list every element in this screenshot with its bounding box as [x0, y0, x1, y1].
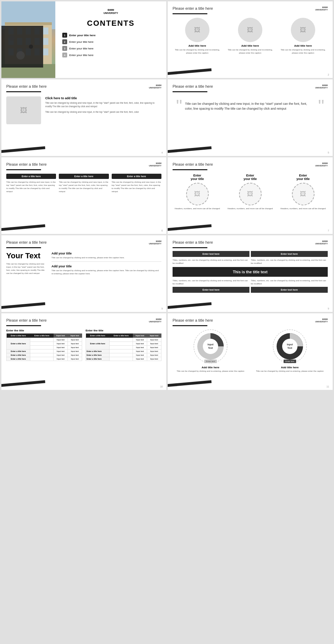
table-2-title: Enter the title [86, 329, 161, 332]
slide-8-logo: BIMM UNIVERSITY [315, 240, 328, 245]
image-icon-3: 🖼 [300, 26, 306, 34]
slide-5: Please enter a title here BIMM UNIVERSIT… [1, 157, 166, 234]
accent-9 [168, 380, 212, 387]
pie-1-desc: Title can be changed by clicking and re-… [173, 370, 248, 372]
svg-text:Input: Input [207, 343, 214, 346]
slide-3: Please enter a title here BIMM UNIVERSIT… [1, 79, 166, 156]
item-4-label: Enter your title here [69, 54, 94, 57]
circle-col-1: Enter your title 🖼 Headers, numbers, and… [173, 174, 222, 210]
table-1: Enter a title here Enter a title here In… [6, 333, 82, 361]
contents-list: 1 Enter your title here 2 Enter your tit… [62, 33, 159, 59]
circle-col-2: Enter your title 🖼 Headers, numbers, and… [225, 174, 275, 210]
slide-10: Please enter a title here BIMM UNIVERSIT… [168, 313, 333, 390]
contents-item-1: 1 Enter your title here [62, 33, 159, 38]
contents-item-4: 4 Enter your title here [62, 53, 159, 57]
pie-chart-2: Input Text Enter text Add title here Tit… [252, 329, 328, 372]
pie-1-title: Add title here [173, 366, 248, 369]
slide-10-header: Please enter a title here BIMM UNIVERSIT… [173, 318, 328, 323]
pie-chart-1: Input Text Enter text Add title here Tit… [173, 329, 248, 372]
slide-2-title: Please enter a title here [173, 6, 213, 10]
table-2-container: Enter the title Enter a title here Enter… [86, 329, 161, 361]
your-text-heading: Your Text [6, 252, 48, 260]
svg-text:Input: Input [287, 343, 293, 346]
circle-3-sub: Headers, numbers, and more can all be ch… [278, 207, 328, 210]
slide-7: Please enter a title here BIMM UNIVERSIT… [1, 235, 166, 312]
svg-point-22 [29, 45, 33, 49]
table-2: Enter a title here Enter a title here In… [86, 333, 161, 361]
slide-2-header: Please enter a title here BIMM UNIVERSIT… [173, 6, 328, 11]
slide-8-number: 9 [328, 307, 329, 310]
slide-8-title: Please enter a title here [173, 240, 213, 244]
svg-rect-17 [43, 48, 48, 55]
slide-6: Please enter a title here BIMM UNIVERSIT… [168, 157, 333, 234]
col-3-text: Title can be changed by clicking and new… [112, 181, 161, 193]
img-placeholder-1: 🖼 [185, 18, 209, 42]
slide-9: Please enter a title here BIMM UNIVERSIT… [1, 313, 166, 390]
three-col: 🖼 Add title here Title can be changed by… [173, 18, 328, 54]
svg-point-25 [203, 339, 218, 354]
slide-10-title: Please enter a title here [173, 318, 213, 322]
svg-rect-7 [43, 28, 48, 34]
add-title-2: Add your title [51, 265, 161, 268]
image-icon-1: 🖼 [194, 26, 200, 34]
circle-1-sub: Headers, numbers, and more can all be ch… [173, 207, 222, 210]
slide-4: Please enter a title here BIMM UNIVERSIT… [168, 79, 333, 156]
slide-5-title: Please enter a title here [6, 162, 47, 166]
slide-3-header: Please enter a title here BIMM UNIVERSIT… [6, 84, 161, 89]
slide-3-click-title: Click here to add title [45, 96, 161, 100]
cover-right: BIMM UNIVERSITY CONTENTS 1 Enter your ti… [55, 1, 166, 78]
table-1-container: Enter the title Enter a title here Enter… [6, 329, 82, 361]
item-1-label: Enter your title here [69, 34, 96, 37]
slide-3-body2: Title can be changed by clicking and new… [45, 110, 161, 114]
bottom-btn-2: Enter text here [251, 287, 328, 293]
svg-rect-2 [5, 22, 52, 25]
add-body-2: Title can be changed by clicking and re-… [51, 269, 161, 275]
table-1-title: Enter the title [6, 329, 82, 332]
item-3-label: Enter your title here [69, 47, 94, 50]
slide-7-header: Please enter a title here BIMM UNIVERSIT… [6, 240, 161, 245]
circle-1-heading: Enter your title [173, 174, 222, 181]
dashed-circle-1: 🖼 [186, 183, 209, 205]
circle-icon-3: 🖼 [300, 190, 306, 198]
dashed-circle-2: 🖼 [239, 183, 262, 205]
bottom-btn-1: Enter text here [173, 287, 249, 293]
col-2-text: Title can be changed by clicking and new… [59, 181, 109, 193]
col-3-bar: Enter a title here [112, 174, 161, 179]
slide-9-title: Please enter a title here [6, 318, 47, 322]
circle-col-3: Enter your title 🖼 Headers, numbers, and… [278, 174, 328, 210]
slide-7-left: Your Text Title can be changed by clicki… [6, 252, 48, 275]
slide-6-number: 7 [328, 229, 329, 232]
col-1-heading: Add title here [173, 44, 222, 47]
slide-8-header: Please enter a title here BIMM UNIVERSIT… [173, 240, 328, 245]
slide-5-number: 6 [161, 229, 163, 232]
col-3-heading: Add title here [278, 44, 328, 47]
slide-3-logo: BIMM UNIVERSITY [149, 84, 161, 89]
img-placeholder-2: 🖼 [238, 18, 262, 42]
slide-10-logo: BIMM UNIVERSITY [315, 318, 328, 323]
black-col-2: Enter a title here Title can be changed … [59, 174, 109, 193]
svg-point-20 [9, 35, 15, 41]
col-1-text: Title can be changed by clicking and re-… [173, 48, 222, 54]
image-icon-2: 🖼 [247, 26, 253, 34]
col-2-heading: Add title here [225, 44, 275, 47]
col-item-1: 🖼 Add title here Title can be changed by… [173, 18, 222, 54]
contents-item-2: 2 Enter your title here [62, 39, 159, 44]
svg-rect-12 [43, 38, 48, 45]
col-item-2: 🖼 Add title here Title can be changed by… [225, 18, 275, 54]
num-2: 2 [62, 39, 67, 44]
col-item-3: 🖼 Add title here Title can be changed by… [278, 18, 328, 54]
circle-icon-1: 🖼 [194, 190, 200, 198]
cover-left [1, 1, 55, 78]
slide-5-header: Please enter a title here BIMM UNIVERSIT… [6, 162, 161, 167]
center-title-bar: This is the title text [173, 267, 328, 277]
pie-svg-2: Input Text [272, 329, 307, 364]
slide-2: Please enter a title here BIMM UNIVERSIT… [168, 1, 333, 78]
slide-3-title: Please enter a title here [6, 84, 47, 88]
slide-3-image: 🖼 [6, 96, 41, 124]
slide-10-number: 11 [326, 385, 329, 388]
col-2-text: Title can be changed by clicking and re-… [225, 48, 275, 54]
quote-text: Title can be changed by clicking and new… [185, 101, 316, 111]
svg-point-30 [282, 339, 297, 354]
accent-1 [168, 68, 212, 75]
slide-9-number: 10 [160, 385, 163, 388]
